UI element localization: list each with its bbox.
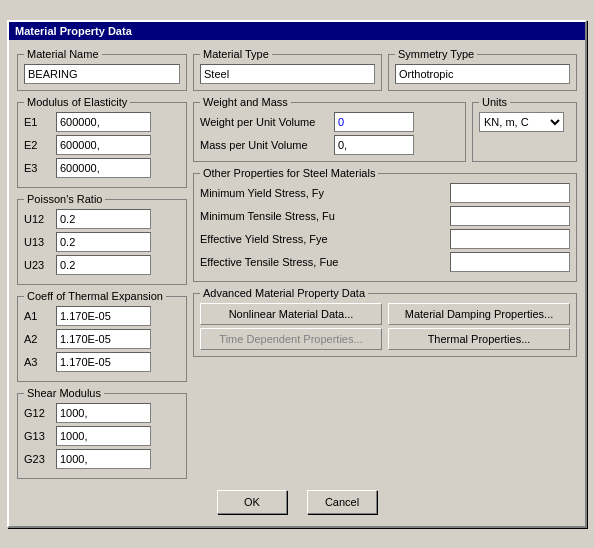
- g12-row: G12: [24, 403, 180, 423]
- shear-legend: Shear Modulus: [24, 387, 104, 399]
- fye-label: Effective Yield Stress, Fye: [200, 233, 450, 245]
- material-name-fieldset: Material Name: [17, 48, 187, 91]
- u23-label: U23: [24, 259, 52, 271]
- u12-input[interactable]: [56, 209, 151, 229]
- u23-input[interactable]: [56, 255, 151, 275]
- shear-fieldset: Shear Modulus G12 G13 G23: [17, 387, 187, 479]
- thermal-legend: Coeff of Thermal Expansion: [24, 290, 166, 302]
- fue-input[interactable]: [450, 252, 570, 272]
- material-damping-button[interactable]: Material Damping Properties...: [388, 303, 570, 325]
- a3-label: A3: [24, 356, 52, 368]
- weight-label: Weight per Unit Volume: [200, 116, 330, 128]
- fu-input[interactable]: [450, 206, 570, 226]
- left-column: Modulus of Elasticity E1 E2 E3: [17, 96, 187, 479]
- symmetry-type-fieldset: Symmetry Type: [388, 48, 577, 91]
- other-props-legend: Other Properties for Steel Materials: [200, 167, 378, 179]
- fue-label: Effective Tensile Stress, Fue: [200, 256, 450, 268]
- weight-mass-fieldset: Weight and Mass Weight per Unit Volume M…: [193, 96, 466, 162]
- mass-label: Mass per Unit Volume: [200, 139, 330, 151]
- g23-input[interactable]: [56, 449, 151, 469]
- fye-input[interactable]: [450, 229, 570, 249]
- fy-label: Minimum Yield Stress, Fy: [200, 187, 450, 199]
- material-type-legend: Material Type: [200, 48, 272, 60]
- u13-label: U13: [24, 236, 52, 248]
- other-props-fieldset: Other Properties for Steel Materials Min…: [193, 167, 577, 282]
- wm-units-row: Weight and Mass Weight per Unit Volume M…: [193, 96, 577, 162]
- a1-label: A1: [24, 310, 52, 322]
- symmetry-type-legend: Symmetry Type: [395, 48, 477, 60]
- material-name-input[interactable]: [24, 64, 180, 84]
- weight-input[interactable]: [334, 112, 414, 132]
- symmetry-type-input[interactable]: [395, 64, 570, 84]
- adv-row-1: Nonlinear Material Data... Material Damp…: [200, 303, 570, 325]
- material-type-input[interactable]: [200, 64, 375, 84]
- material-name-legend: Material Name: [24, 48, 102, 60]
- weight-row: Weight per Unit Volume: [200, 112, 459, 132]
- a3-row: A3: [24, 352, 180, 372]
- e1-input[interactable]: [56, 112, 151, 132]
- units-select[interactable]: KN, m, C KN, m, F N, m, C kip, ft, F: [479, 112, 564, 132]
- e3-label: E3: [24, 162, 52, 174]
- u13-input[interactable]: [56, 232, 151, 252]
- dialog-title: Material Property Data: [15, 25, 132, 37]
- fye-row: Effective Yield Stress, Fye: [200, 229, 570, 249]
- fy-input[interactable]: [450, 183, 570, 203]
- advanced-fieldset: Advanced Material Property Data Nonlinea…: [193, 287, 577, 357]
- modulus-fieldset: Modulus of Elasticity E1 E2 E3: [17, 96, 187, 188]
- poisson-fieldset: Poisson's Ratio U12 U13 U23: [17, 193, 187, 285]
- cancel-button[interactable]: Cancel: [307, 490, 377, 514]
- e1-label: E1: [24, 116, 52, 128]
- g23-row: G23: [24, 449, 180, 469]
- a1-input[interactable]: [56, 306, 151, 326]
- advanced-legend: Advanced Material Property Data: [200, 287, 368, 299]
- thermal-properties-button[interactable]: Thermal Properties...: [388, 328, 570, 350]
- g13-label: G13: [24, 430, 52, 442]
- right-column: Weight and Mass Weight per Unit Volume M…: [193, 96, 577, 479]
- fu-row: Minimum Tensile Stress, Fu: [200, 206, 570, 226]
- a1-row: A1: [24, 306, 180, 326]
- mass-input[interactable]: [334, 135, 414, 155]
- u12-label: U12: [24, 213, 52, 225]
- a2-row: A2: [24, 329, 180, 349]
- e1-row: E1: [24, 112, 180, 132]
- units-legend: Units: [479, 96, 510, 108]
- mid-area: Modulus of Elasticity E1 E2 E3: [17, 96, 577, 479]
- g13-input[interactable]: [56, 426, 151, 446]
- fu-label: Minimum Tensile Stress, Fu: [200, 210, 450, 222]
- fy-row: Minimum Yield Stress, Fy: [200, 183, 570, 203]
- e3-input[interactable]: [56, 158, 151, 178]
- a2-input[interactable]: [56, 329, 151, 349]
- u12-row: U12: [24, 209, 180, 229]
- modulus-legend: Modulus of Elasticity: [24, 96, 130, 108]
- g23-label: G23: [24, 453, 52, 465]
- g12-label: G12: [24, 407, 52, 419]
- g12-input[interactable]: [56, 403, 151, 423]
- a3-input[interactable]: [56, 352, 151, 372]
- time-dependent-button[interactable]: Time Dependent Properties...: [200, 328, 382, 350]
- u23-row: U23: [24, 255, 180, 275]
- e2-input[interactable]: [56, 135, 151, 155]
- fue-row: Effective Tensile Stress, Fue: [200, 252, 570, 272]
- nonlinear-material-button[interactable]: Nonlinear Material Data...: [200, 303, 382, 325]
- ok-button[interactable]: OK: [217, 490, 287, 514]
- dialog-body: Material Name Material Type Symmetry Typ…: [9, 40, 585, 526]
- weight-mass-legend: Weight and Mass: [200, 96, 291, 108]
- adv-row-2: Time Dependent Properties... Thermal Pro…: [200, 328, 570, 350]
- material-property-dialog: Material Property Data Material Name Mat…: [7, 20, 587, 528]
- mass-row: Mass per Unit Volume: [200, 135, 459, 155]
- e2-label: E2: [24, 139, 52, 151]
- units-fieldset: Units KN, m, C KN, m, F N, m, C kip, ft,…: [472, 96, 577, 162]
- material-type-fieldset: Material Type: [193, 48, 382, 91]
- e2-row: E2: [24, 135, 180, 155]
- title-bar: Material Property Data: [9, 22, 585, 40]
- bottom-row: OK Cancel: [17, 484, 577, 518]
- u13-row: U13: [24, 232, 180, 252]
- poisson-legend: Poisson's Ratio: [24, 193, 105, 205]
- thermal-fieldset: Coeff of Thermal Expansion A1 A2 A3: [17, 290, 187, 382]
- top-row: Material Name Material Type Symmetry Typ…: [17, 48, 577, 91]
- e3-row: E3: [24, 158, 180, 178]
- a2-label: A2: [24, 333, 52, 345]
- g13-row: G13: [24, 426, 180, 446]
